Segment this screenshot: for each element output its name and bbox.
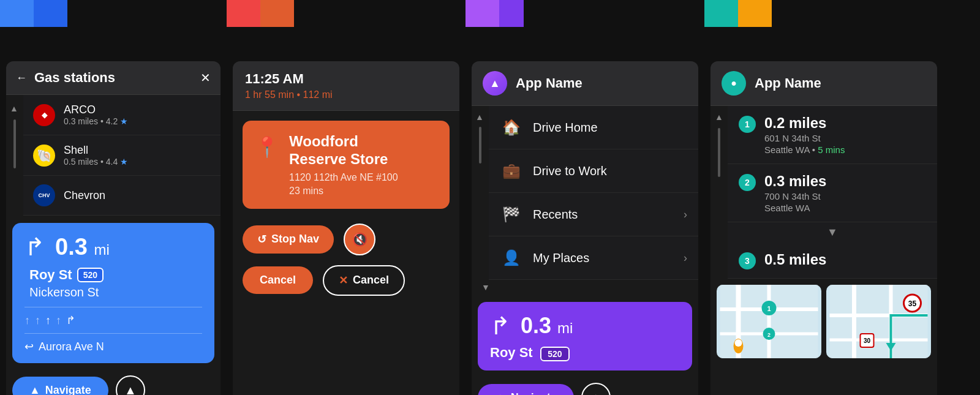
- station-list-container: ▲ ◆ ARCO 0.3 miles • 4.2 ★ �: [6, 95, 221, 216]
- panel4-wrapper: ● App Name ▲ 1 0.2 miles 601 N 34th St S…: [704, 0, 943, 395]
- star-icon: ★: [120, 157, 128, 167]
- panel1-wrapper: ← Gas stations ✕ ▲ ◆ ARCO 0.3 miles • 4.…: [0, 0, 227, 395]
- turn-miles-2: 0.3 miles: [764, 173, 826, 190]
- close-icon[interactable]: ✕: [200, 70, 211, 85]
- scrollbar[interactable]: [479, 127, 481, 164]
- chevron-right-icon: ›: [684, 208, 687, 221]
- cancel-button-1[interactable]: Cancel: [243, 266, 313, 294]
- cancel-button-2[interactable]: ✕ Cancel: [323, 265, 405, 296]
- station-name: Shell: [64, 144, 128, 157]
- turn-list: 1 0.2 miles 601 N 34th St Seattle WA • 5…: [728, 106, 937, 279]
- turn-card: ↱ 0.3 mi Roy St 520 Nickerson St ↑ ↑ ↑ ↑…: [12, 223, 214, 363]
- purple-compass-button[interactable]: ▲: [581, 383, 611, 395]
- purple-road-shield: 520: [540, 347, 569, 361]
- cancel-row: Cancel ✕ Cancel: [233, 260, 459, 301]
- svg-text:2: 2: [767, 332, 771, 338]
- turn-number-1: 1: [739, 116, 756, 133]
- map-thumbnail-2[interactable]: 35 30: [826, 285, 931, 358]
- arco-logo: ◆: [33, 104, 55, 126]
- menu-item-label: My Places: [533, 251, 674, 265]
- chevron-right-icon: ›: [684, 252, 687, 265]
- stop-icon: ↺: [257, 233, 266, 246]
- destination-time: 23 mins: [289, 186, 398, 197]
- purple-turn-arrow-icon: ↱: [490, 312, 511, 340]
- turn-number-2: 2: [739, 174, 756, 191]
- app-menu-panel: ▲ App Name ▲ 🏠 Drive Home 💼 Drive to Wor…: [472, 61, 698, 395]
- work-icon: 💼: [500, 159, 523, 182]
- purple-turn-card: ↱ 0.3 mi Roy St 520: [478, 302, 692, 371]
- purple-navigate-button[interactable]: ▲ Navigate: [478, 384, 574, 396]
- menu-item-drive-work[interactable]: 💼 Drive to Work: [489, 149, 698, 193]
- places-icon: 👤: [500, 246, 523, 269]
- panel4-app-name: App Name: [755, 75, 821, 91]
- list-item[interactable]: 2 0.3 miles 700 N 34th St Seattle WA: [728, 164, 937, 222]
- panel4-color-seg2: [738, 0, 772, 27]
- map-thumbnails: 1 2: [710, 279, 937, 364]
- next-street: ↩ Aurora Ave N: [24, 333, 202, 353]
- panel1-color-seg1: [0, 0, 34, 27]
- svg-point-10: [735, 339, 742, 347]
- turn-time-1: 5 mins: [818, 145, 845, 155]
- compass-icon: ▲: [590, 391, 602, 396]
- menu-container: ▲ 🏠 Drive Home 💼 Drive to Work 🏁 Recents…: [472, 106, 698, 280]
- turn-city-2: Seattle WA: [764, 203, 826, 213]
- menu-item-label: Drive to Work: [533, 164, 687, 178]
- turn-miles-3: 0.5 miles: [764, 251, 826, 268]
- panel2-wrapper: 11:25 AM 1 hr 55 min • 112 mi 📍 Woodford…: [227, 0, 466, 395]
- list-item[interactable]: ◆ ARCO 0.3 miles • 4.2 ★: [23, 95, 221, 135]
- panel3-color-seg1: [466, 0, 499, 27]
- app-name: App Name: [516, 75, 582, 91]
- panel4-color-seg1: [704, 0, 738, 27]
- compass-icon: ▲: [124, 383, 137, 396]
- list-item[interactable]: 1 0.2 miles 601 N 34th St Seattle WA • 5…: [728, 106, 937, 164]
- purple-navigate-row: ▲ Navigate ▲: [472, 378, 698, 395]
- purple-distance: 0.3 mi: [521, 313, 573, 339]
- panel3-color-bar: [466, 0, 524, 27]
- map-thumbnail-1[interactable]: 1 2: [717, 285, 821, 358]
- star-icon: ★: [120, 116, 128, 126]
- compass-button[interactable]: ▲: [116, 375, 145, 395]
- chevron-down-icon[interactable]: ▼: [827, 226, 838, 239]
- turn-distance: 0.3 mi: [55, 234, 110, 260]
- panel1-color-seg2: [34, 0, 67, 27]
- list-item[interactable]: CHV Chevron: [23, 176, 221, 216]
- lane-right-icon: ↱: [66, 314, 75, 327]
- svg-text:35: 35: [908, 299, 917, 308]
- panel3-color-seg2: [499, 0, 524, 27]
- lane-up-icon: ↑: [35, 314, 40, 327]
- lane-up-active-icon: ↑: [45, 314, 51, 327]
- station-details: 0.5 miles • 4.4 ★: [64, 157, 128, 167]
- stop-nav-button[interactable]: ↺ Stop Nav: [243, 225, 334, 254]
- menu-list: 🏠 Drive Home 💼 Drive to Work 🏁 Recents ›…: [489, 106, 698, 280]
- app-header: ▲ App Name: [472, 61, 698, 106]
- menu-item-drive-home[interactable]: 🏠 Drive Home: [489, 106, 698, 149]
- turn-city-1: Seattle WA • 5 mins: [764, 145, 845, 155]
- scroll-down-icon[interactable]: ▼: [477, 282, 490, 292]
- list-item[interactable]: 3 0.5 miles: [728, 243, 937, 279]
- station-name: ARCO: [64, 103, 128, 116]
- purple-street: Roy St: [490, 345, 533, 360]
- panel3-wrapper: ▲ App Name ▲ 🏠 Drive Home 💼 Drive to Wor…: [466, 0, 704, 395]
- menu-item-my-places[interactable]: 👤 My Places ›: [489, 236, 698, 280]
- next-turn-icon: ↩: [24, 340, 34, 353]
- navigation-panel: 11:25 AM 1 hr 55 min • 112 mi 📍 Woodford…: [233, 61, 459, 395]
- navigate-button[interactable]: ▲ Navigate: [12, 377, 108, 396]
- chevron-down-row: ▼: [728, 222, 937, 243]
- scroll-up-icon[interactable]: ▲: [475, 112, 485, 122]
- shell-logo: 🐚: [33, 145, 55, 167]
- mute-button[interactable]: 🔇: [344, 224, 375, 255]
- scroll-up-icon[interactable]: ▲: [715, 112, 723, 122]
- menu-item-recents[interactable]: 🏁 Recents ›: [489, 193, 698, 236]
- navigate-row: ▲ Navigate ▲: [6, 371, 221, 395]
- navigate-icon: ▲: [29, 384, 40, 396]
- scrollbar[interactable]: [13, 119, 16, 168]
- panel4-header: ● App Name: [710, 61, 937, 106]
- back-arrow-icon[interactable]: ←: [16, 72, 27, 85]
- panel2-color-seg1: [227, 0, 260, 27]
- scrollbar[interactable]: [718, 128, 720, 177]
- recents-icon: 🏁: [500, 203, 523, 226]
- scroll-up-icon[interactable]: ▲: [10, 103, 20, 113]
- list-item[interactable]: 🐚 Shell 0.5 miles • 4.4 ★: [23, 135, 221, 176]
- road-shield: 520: [77, 268, 104, 282]
- chevron-logo: CHV: [33, 184, 55, 206]
